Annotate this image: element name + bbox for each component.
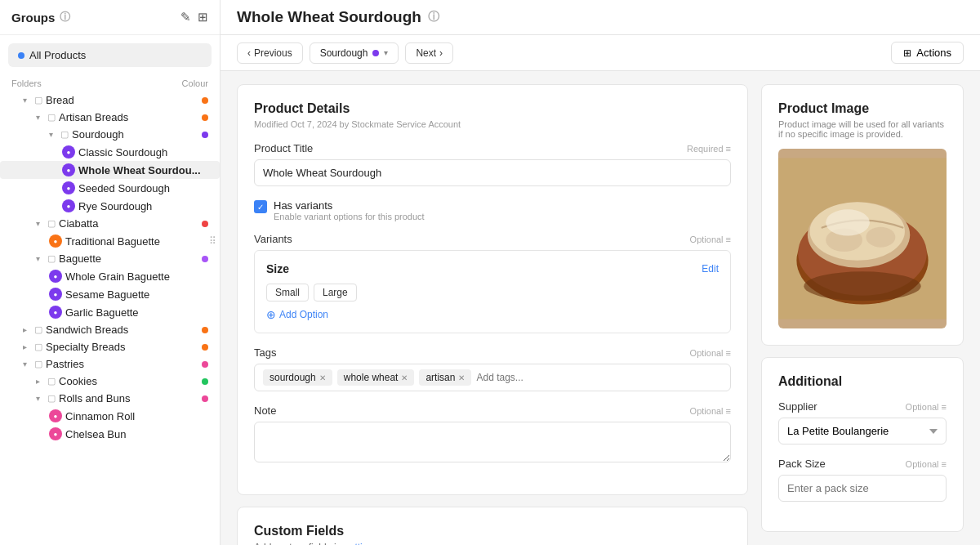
- tag-remove-icon[interactable]: ✕: [458, 373, 465, 382]
- sidebar-item-label: Baguette: [59, 252, 202, 265]
- sidebar-item-label: Ciabatta: [59, 217, 202, 230]
- expand-icon: ▸: [23, 325, 34, 334]
- sidebar-item-artisan-breads[interactable]: ▾ ▢ Artisan Breads: [0, 109, 220, 126]
- optional-badge: Optional ≡: [690, 406, 731, 416]
- field-header: Supplier Optional ≡: [778, 400, 947, 413]
- edit-icon[interactable]: ✎: [180, 10, 191, 25]
- next-label: Next: [416, 47, 436, 59]
- info-icon: ⓘ: [60, 10, 70, 25]
- all-products-label: All Products: [29, 49, 86, 61]
- pack-size-label: Pack Size: [778, 458, 826, 470]
- colour-dot: [202, 327, 208, 333]
- previous-button[interactable]: ‹ Previous: [237, 42, 303, 64]
- sidebar-item-seeded-sourdough[interactable]: ● Seeded Sourdough: [0, 179, 220, 197]
- sidebar-item-cinnamon-roll[interactable]: ● Cinnamon Roll: [0, 407, 220, 425]
- main-panel: Product Details Modified Oct 7, 2024 by …: [237, 84, 748, 532]
- sidebar-item-label: Sandwich Breads: [46, 324, 202, 336]
- svg-point-7: [804, 271, 920, 301]
- edit-variant-button[interactable]: Edit: [702, 263, 719, 275]
- has-variants-checkbox[interactable]: ✓: [254, 200, 267, 213]
- colour-dot: [202, 256, 208, 262]
- sidebar-item-label: Bread: [46, 94, 202, 106]
- folder-icon: ▢: [34, 359, 46, 369]
- has-variants-text: Has variants Enable variant options for …: [274, 199, 425, 221]
- optional-badge: Optional ≡: [690, 348, 731, 358]
- drag-handle-icon[interactable]: ⠿: [209, 235, 216, 247]
- sidebar-item-sourdough[interactable]: ▾ ▢ Sourdough: [0, 126, 220, 143]
- variant-name: Size: [266, 262, 289, 275]
- product-title-input[interactable]: [254, 159, 731, 186]
- optional-badge: Optional ≡: [906, 459, 947, 469]
- sidebar-item-sesame-baguette[interactable]: ● Sesame Baguette: [0, 285, 220, 303]
- plus-icon: ⊕: [266, 308, 276, 321]
- sidebar-item-rye-sourdough[interactable]: ● Rye Sourdough: [0, 197, 220, 215]
- sidebar-item-label: Cinnamon Roll: [65, 410, 208, 422]
- tag-remove-icon[interactable]: ✕: [401, 373, 408, 382]
- field-header: Pack Size Optional ≡: [778, 458, 947, 470]
- optional-text: Optional: [690, 235, 724, 244]
- product-title-label: Product Title: [254, 142, 313, 154]
- note-textarea[interactable]: [254, 422, 731, 462]
- tag-remove-icon[interactable]: ✕: [319, 373, 326, 382]
- category-badge[interactable]: Sourdough ▾: [310, 42, 399, 64]
- all-products-dot: [18, 52, 24, 59]
- colour-dot: [202, 221, 208, 227]
- pack-size-input[interactable]: [778, 475, 947, 502]
- sidebar-item-whole-grain-baguette[interactable]: ● Whole Grain Baguette: [0, 267, 220, 285]
- sidebar-item-traditional-baguette[interactable]: ● Traditional Baguette ⠿: [0, 232, 220, 250]
- sidebar-title-text: Groups: [11, 11, 55, 25]
- expand-icon: ▾: [36, 394, 47, 403]
- product-image-card: Product Image Product image will be used…: [761, 84, 964, 346]
- main-area: Whole Wheat Sourdough ⓘ ‹ Previous Sourd…: [220, 0, 980, 545]
- tags-add-input[interactable]: [476, 372, 722, 383]
- product-icon: ●: [62, 181, 75, 194]
- content-area: Product Details Modified Oct 7, 2024 by …: [220, 71, 980, 545]
- product-image[interactable]: [778, 149, 947, 328]
- next-button[interactable]: Next ›: [405, 42, 453, 64]
- add-option-label: Add Option: [279, 309, 328, 320]
- folder-icon: ▢: [34, 95, 46, 105]
- actions-button[interactable]: ⊞ Actions: [891, 42, 964, 64]
- product-details-card: Product Details Modified Oct 7, 2024 by …: [237, 84, 748, 495]
- grid-icon[interactable]: ⊞: [198, 10, 208, 25]
- expand-icon: ▾: [23, 96, 34, 105]
- product-icon: ●: [49, 427, 62, 440]
- note-label: Note: [254, 404, 276, 417]
- sidebar-item-whole-wheat-sourdough[interactable]: ● Whole Wheat Sourdou...: [0, 161, 220, 179]
- expand-icon: ▾: [36, 113, 47, 122]
- sidebar-header: Groups ⓘ ✎ ⊞: [0, 0, 220, 35]
- folders-col-label: Folders: [11, 78, 42, 88]
- sidebar-item-label: Sesame Baguette: [65, 288, 208, 301]
- tags-input[interactable]: sourdough ✕ whole wheat ✕ artisan ✕: [254, 364, 731, 391]
- sidebar-item-pastries[interactable]: ▾ ▢ Pastries: [0, 355, 220, 373]
- settings-link[interactable]: settings: [345, 542, 378, 545]
- product-icon: ●: [62, 163, 75, 176]
- sidebar-item-label: Artisan Breads: [59, 111, 202, 123]
- sidebar-item-garlic-baguette[interactable]: ● Garlic Baguette: [0, 303, 220, 321]
- bread-illustration: [778, 149, 947, 328]
- variants-field: Variants Optional ≡ Size Edit Small: [254, 233, 731, 333]
- sidebar-item-baguette[interactable]: ▾ ▢ Baguette: [0, 250, 220, 267]
- sidebar-item-ciabatta[interactable]: ▾ ▢ Ciabatta: [0, 215, 220, 232]
- sidebar-item-chelsea-bun[interactable]: ● Chelsea Bun: [0, 425, 220, 443]
- all-products-button[interactable]: All Products: [8, 43, 212, 67]
- sidebar-item-sandwich-breads[interactable]: ▸ ▢ Sandwich Breads: [0, 321, 220, 338]
- custom-fields-card: Custom Fields Add custom fields in setti…: [237, 507, 748, 545]
- sidebar-item-rolls-and-buns[interactable]: ▾ ▢ Rolls and Buns: [0, 390, 220, 407]
- field-header: Product Title Required ≡: [254, 142, 731, 154]
- supplier-select[interactable]: La Petite Boulangerie Other Supplier: [778, 418, 947, 444]
- variant-tag-large: Large: [314, 284, 357, 302]
- supplier-field: Supplier Optional ≡ La Petite Boulangeri…: [778, 400, 947, 444]
- sidebar-item-label: Garlic Baguette: [65, 306, 208, 319]
- colour-dot: [202, 97, 208, 104]
- sidebar-item-cookies[interactable]: ▸ ▢ Cookies: [0, 373, 220, 390]
- actions-icon: ⊞: [903, 47, 911, 59]
- sidebar-item-bread[interactable]: ▾ ▢ Bread: [0, 92, 220, 109]
- sidebar-item-classic-sourdough[interactable]: ● Classic Sourdough: [0, 143, 220, 161]
- add-option-button[interactable]: ⊕ Add Option: [266, 308, 719, 321]
- additional-title: Additional: [778, 374, 947, 389]
- page-title-text: Whole Wheat Sourdough: [237, 8, 421, 26]
- custom-fields-description: Add custom fields in: [254, 542, 341, 545]
- sidebar-item-specialty-breads[interactable]: ▸ ▢ Specialty Breads: [0, 338, 220, 355]
- title-info-icon: ⓘ: [428, 10, 439, 25]
